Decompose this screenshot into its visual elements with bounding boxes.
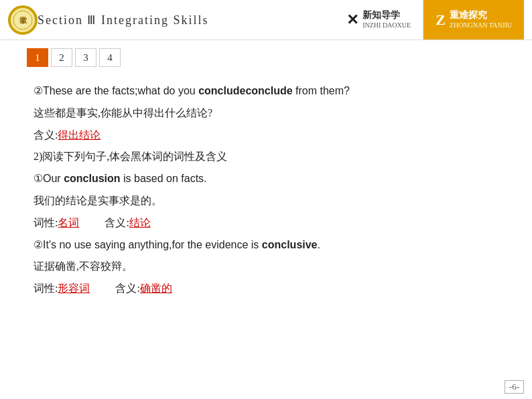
tab-4[interactable]: 4 <box>99 48 121 67</box>
meaning-underline-3: 确凿的 <box>140 283 172 294</box>
conclusive-en-suffix: . <box>318 239 320 250</box>
nav-xinzhi[interactable]: ✕ 新知导学 INZHI DAOXUE <box>334 0 423 39</box>
conclusive-en-prefix: ②It's no use saying anything,for the evi… <box>34 239 259 250</box>
meaning-underline-2: 结论 <box>129 217 151 228</box>
svg-text:徽: 徽 <box>19 16 27 24</box>
conclusive-en: ②It's no use saying anything,for the evi… <box>34 236 498 255</box>
nav-zhongnan[interactable]: Z 重难探究 ZHONGNAN TANJIU <box>423 0 524 39</box>
meaning-underline-1: 得出结论 <box>58 129 101 141</box>
conclude-en: ②These are the facts;what do you conclud… <box>34 82 498 101</box>
conclusion-en-prefix: ①Our <box>34 173 61 184</box>
section-title: Section Ⅲ Integrating Skills <box>38 13 334 27</box>
x-icon: ✕ <box>346 11 358 29</box>
meaning-prefix-1: 含义: <box>34 129 58 141</box>
pos-prefix-2: 词性: <box>34 283 58 294</box>
conclusive-pos-meaning: 词性:形容词 含义:确凿的 <box>34 279 498 299</box>
conclude-zh: 这些都是事实,你能从中得出什么结论? <box>34 104 498 123</box>
pos-underline-2: 形容词 <box>58 283 90 294</box>
conclusion-en: ①Our conclusion is based on facts. <box>34 169 498 189</box>
conclusion-zh: 我们的结论是实事求是的。 <box>34 191 498 211</box>
logo: 徽 <box>8 5 38 35</box>
conclusion-bold: conclusion <box>64 173 120 184</box>
tab-3[interactable]: 3 <box>75 48 96 67</box>
conclusive-zh: 证据确凿,不容狡辩。 <box>34 257 498 276</box>
conclude-meaning: 含义:得出结论 <box>34 126 498 145</box>
zhongnan-line2: ZHONGNAN TANJIU <box>450 21 512 29</box>
header-nav: ✕ 新知导学 INZHI DAOXUE Z 重难探究 ZHONGNAN TANJ… <box>334 0 524 39</box>
xinzhi-line1: 新知导学 <box>362 10 411 21</box>
section2-label: 2)阅读下列句子,体会黑体词的词性及含义 <box>34 147 498 167</box>
conclude-en-prefix: ②These are the facts;what do you <box>34 85 196 96</box>
header: 徽 Section Ⅲ Integrating Skills ✕ 新知导学 IN… <box>0 0 532 40</box>
conclusion-pos-meaning: 词性:名词 含义:结论 <box>34 214 498 233</box>
zhongnan-line1: 重难探究 <box>450 10 512 21</box>
pos-prefix-1: 词性: <box>34 217 58 228</box>
conclusive-bold: conclusive <box>262 239 318 250</box>
conclude-en-end: from them? <box>295 85 350 96</box>
conclude-bold: conclude <box>198 85 245 96</box>
page-number: -6- <box>505 380 524 394</box>
xinzhi-line2: INZHI DAOXUE <box>362 21 411 29</box>
meaning-prefix-3: 含义: <box>115 283 139 294</box>
tab-2[interactable]: 2 <box>51 48 72 67</box>
meaning-prefix-2: 含义: <box>105 217 129 228</box>
tab-1[interactable]: 1 <box>27 48 48 67</box>
main-content: ②These are the facts;what do you conclud… <box>0 75 532 308</box>
tab-bar: 1 2 3 4 <box>0 40 532 75</box>
pos-underline-1: 名词 <box>58 217 79 228</box>
z-icon: Z <box>436 11 446 29</box>
conclusion-en-suffix: is based on facts. <box>123 173 207 184</box>
